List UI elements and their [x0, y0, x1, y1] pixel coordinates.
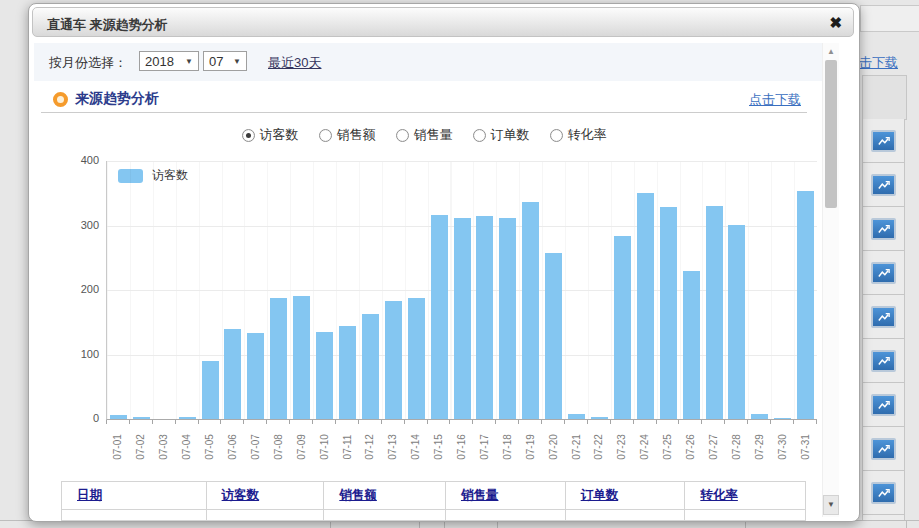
- chart-bar-07-02: [133, 417, 150, 419]
- y-tick-label: 100: [57, 348, 99, 360]
- chart-xticks: [106, 420, 817, 424]
- chart-bar-07-26: [683, 271, 700, 419]
- table-header-转化率[interactable]: 转化率: [700, 487, 738, 504]
- chart-bar-07-23: [614, 236, 631, 419]
- radio-circle-icon[interactable]: [550, 129, 563, 142]
- radio-circle-icon[interactable]: [319, 129, 332, 142]
- chart-bar-07-01: [110, 415, 127, 419]
- radio-label: 转化率: [568, 126, 607, 144]
- bg-table-row: [862, 339, 905, 383]
- metric-radio-转化率[interactable]: 转化率: [550, 126, 607, 144]
- month-filter-bar: 按月份选择： 2018 ▼ 07 ▼ 最近30天: [34, 43, 822, 81]
- download-link[interactable]: 点击下载: [749, 91, 801, 109]
- x-tick-label: 07-07: [249, 434, 260, 460]
- dialog-scrollbar[interactable]: ▲ ▼: [822, 43, 839, 517]
- radio-circle-icon[interactable]: [242, 129, 255, 142]
- x-tick-label: 07-24: [639, 434, 650, 460]
- x-tick-label: 07-03: [158, 434, 169, 460]
- recent-30-days-link[interactable]: 最近30天: [268, 54, 321, 72]
- chart-bar-07-18: [499, 218, 516, 419]
- trend-chart-icon[interactable]: [871, 482, 896, 504]
- bg-table-row: [862, 251, 905, 295]
- year-select[interactable]: 2018 ▼: [139, 51, 199, 71]
- bg-cell-border: [419, 521, 420, 528]
- month-filter-label: 按月份选择：: [49, 54, 127, 72]
- x-tick-label: 07-08: [272, 434, 283, 460]
- x-tick-label: 07-15: [433, 434, 444, 460]
- metric-radio-访客数[interactable]: 访客数: [242, 126, 299, 144]
- chart-bar-07-25: [660, 207, 677, 419]
- table-cell: [324, 510, 446, 520]
- chart-bar-07-08: [270, 298, 287, 419]
- dialog-titlebar[interactable]: 直通车 来源趋势分析 ✖: [32, 7, 854, 37]
- close-icon[interactable]: ✖: [829, 14, 842, 32]
- trend-chart-icon[interactable]: [871, 262, 896, 284]
- bg-table-row: [862, 163, 905, 207]
- chart-bar-07-09: [293, 296, 310, 419]
- chart-bar-07-31: [797, 191, 814, 419]
- table-cell: [62, 510, 207, 520]
- scroll-up-icon[interactable]: ▲: [823, 46, 839, 58]
- bg-table-row: [862, 295, 905, 339]
- scrollbar-thumb[interactable]: [825, 60, 837, 208]
- trend-chart-icon[interactable]: [871, 394, 896, 416]
- x-tick-label: 07-19: [524, 434, 535, 460]
- month-select[interactable]: 07 ▼: [203, 51, 247, 71]
- dialog-title: 直通车 来源趋势分析: [47, 16, 168, 34]
- trend-chart-icon[interactable]: [871, 350, 896, 372]
- radio-label: 访客数: [260, 126, 299, 144]
- radio-label: 销售量: [414, 126, 453, 144]
- chart-bars: [107, 161, 817, 419]
- x-tick-label: 07-16: [456, 434, 467, 460]
- trend-data-table: 日期访客数销售额销售量订单数转化率: [61, 481, 806, 521]
- bg-table-row: [862, 383, 905, 427]
- table-header-订单数[interactable]: 订单数: [581, 487, 619, 504]
- table-cell: [446, 510, 566, 520]
- chart-bar-07-14: [408, 298, 425, 419]
- page: 点击下载 直通车 来源趋势分析 ✖ 按月份选择： 2018 ▼ 07 ▼ 最近3…: [0, 0, 919, 528]
- trend-chart-icon[interactable]: [871, 306, 896, 328]
- chart-bar-07-28: [728, 225, 745, 419]
- chart-bar-07-19: [522, 202, 539, 419]
- trend-chart-icon[interactable]: [871, 218, 896, 240]
- chart-bar-07-24: [637, 193, 654, 419]
- metric-radio-订单数[interactable]: 订单数: [473, 126, 530, 144]
- x-tick-label: 07-09: [295, 434, 306, 460]
- chart-xlabels: 07-0107-0207-0307-0407-0507-0607-0707-08…: [106, 425, 816, 469]
- x-tick-label: 07-12: [364, 434, 375, 460]
- x-tick-label: 07-25: [662, 434, 673, 460]
- y-tick-label: 400: [57, 154, 99, 166]
- radio-label: 销售额: [337, 126, 376, 144]
- trend-chart-icon[interactable]: [871, 130, 896, 152]
- x-tick-label: 07-28: [730, 434, 741, 460]
- bg-cell-border: [330, 521, 331, 528]
- trend-chart-icon[interactable]: [871, 438, 896, 460]
- metric-radios: 访客数销售额销售量订单数转化率: [34, 126, 814, 144]
- x-tick-label: 07-29: [753, 434, 764, 460]
- table-partial-row: [62, 510, 805, 520]
- scroll-down-icon[interactable]: ▼: [823, 495, 839, 515]
- radio-circle-icon[interactable]: [396, 129, 409, 142]
- table-header-日期[interactable]: 日期: [77, 487, 102, 504]
- table-cell: [685, 510, 805, 520]
- bg-table-row: [862, 427, 905, 471]
- bg-cell-border: [497, 521, 498, 528]
- x-tick-label: 07-18: [501, 434, 512, 460]
- x-tick-label: 07-14: [410, 434, 421, 460]
- metric-radio-销售量[interactable]: 销售量: [396, 126, 453, 144]
- metric-radio-销售额[interactable]: 销售额: [319, 126, 376, 144]
- chart-bar-07-04: [179, 417, 196, 419]
- chart-bar-07-15: [431, 215, 448, 419]
- table-header-访客数[interactable]: 访客数: [222, 487, 260, 504]
- radio-circle-icon[interactable]: [473, 129, 486, 142]
- chart-bar-07-21: [568, 414, 585, 419]
- table-header-销售额[interactable]: 销售额: [339, 487, 377, 504]
- x-tick-label: 07-27: [708, 434, 719, 460]
- x-tick-label: 07-30: [776, 434, 787, 460]
- chart-bar-07-17: [476, 216, 493, 419]
- chart-bar-07-06: [224, 329, 241, 419]
- trend-chart-icon[interactable]: [871, 174, 896, 196]
- table-header-销售量[interactable]: 销售量: [461, 487, 499, 504]
- chart-bar-07-07: [247, 333, 264, 419]
- chart-bar-07-12: [362, 314, 379, 419]
